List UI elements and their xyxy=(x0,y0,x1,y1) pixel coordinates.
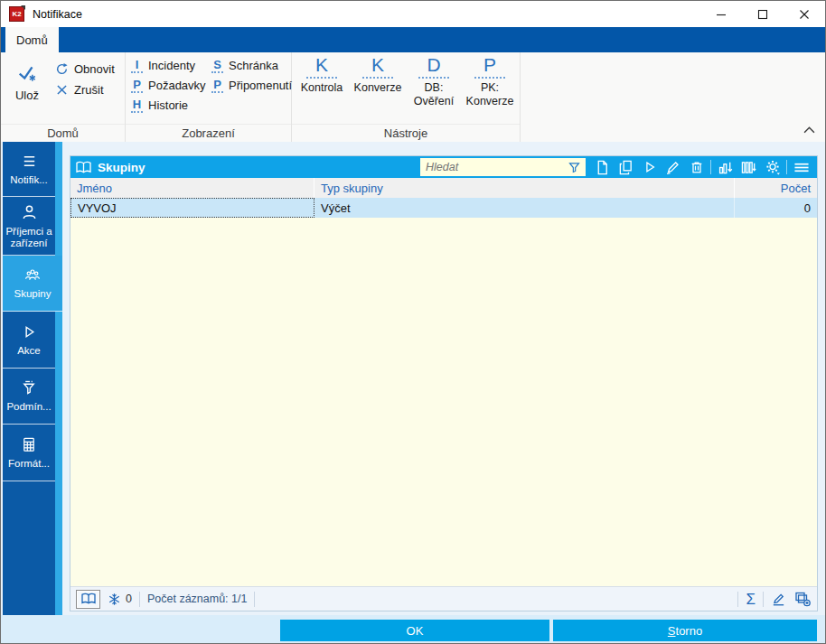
db-verify-button[interactable]: D DB:Ověření xyxy=(406,53,462,124)
ribbon-collapse-button[interactable] xyxy=(803,121,815,137)
db-verify-letter-icon: D xyxy=(418,53,449,79)
panel-header: Skupiny xyxy=(70,156,817,178)
storno-button[interactable]: Storno xyxy=(553,620,817,641)
incidents-button[interactable]: I Incidenty xyxy=(127,56,208,75)
history-label: Historie xyxy=(148,98,188,112)
ribbon-group-tools: K Kontrola K Konverze D DB:Ověření P PK:… xyxy=(292,52,521,142)
refresh-button[interactable]: Obnovit xyxy=(52,60,118,79)
sum-button[interactable]: Σ xyxy=(746,592,756,607)
sidebar-item-label: Notifik... xyxy=(9,174,49,186)
pk-conversion-label-line2: Konverze xyxy=(466,95,514,108)
ok-button[interactable]: OK xyxy=(280,620,549,641)
requests-button[interactable]: P Požadavky xyxy=(127,76,208,95)
sidebar-item-label: Akce xyxy=(16,345,42,357)
sidebar-empty-area xyxy=(3,481,55,615)
check-tool-button[interactable]: K Kontrola xyxy=(294,53,350,124)
status-separator xyxy=(139,592,140,607)
check-tool-letter-icon: K xyxy=(306,53,337,79)
db-verify-label-line2: Ověření xyxy=(414,95,454,108)
storno-label: Storno xyxy=(668,624,702,638)
duplicate-add-button[interactable] xyxy=(793,591,812,607)
sidebar-item-akce[interactable]: Akce xyxy=(3,312,55,369)
sidebar-item-label: Skupiny xyxy=(14,288,52,300)
row-cell-pocet[interactable]: 0 xyxy=(735,198,817,218)
open-book-icon xyxy=(75,161,92,174)
reminders-button[interactable]: P Připomenutí xyxy=(208,76,288,95)
tab-domu[interactable]: Domů xyxy=(5,27,59,52)
maximize-button[interactable] xyxy=(742,1,784,27)
column-header-pocet[interactable]: Počet xyxy=(735,178,817,198)
panel-toolbar xyxy=(591,158,812,176)
sidebar-item-formaty[interactable]: Formát... xyxy=(3,425,55,481)
status-separator xyxy=(737,592,738,607)
ribbon-group-view: I Incidenty P Požadavky H Historie S Sch… xyxy=(126,52,292,142)
ribbon-empty-area xyxy=(521,52,825,142)
search-box xyxy=(420,158,586,176)
group-icon xyxy=(23,266,42,284)
minimize-button[interactable] xyxy=(700,1,742,27)
snowflake-icon xyxy=(108,593,121,606)
ribbon-group-tools-label: Nástroje xyxy=(292,124,520,142)
gear-icon xyxy=(765,159,781,175)
conversion-tool-letter-icon: K xyxy=(362,53,393,79)
new-document-icon xyxy=(595,160,610,175)
window-controls xyxy=(700,1,825,27)
sidebar-item-podminky[interactable]: Podmín... xyxy=(3,369,55,425)
column-header-typ-skupiny[interactable]: Typ skupiny xyxy=(314,178,735,198)
edit-record-button[interactable] xyxy=(663,158,682,176)
history-button[interactable]: H Historie xyxy=(127,96,208,115)
delete-record-button[interactable] xyxy=(687,158,706,176)
app-logo-icon: K2 xyxy=(9,6,24,22)
cancel-button[interactable]: Zrušit xyxy=(52,80,118,99)
db-verify-label-line1: DB: xyxy=(414,81,454,95)
row-cell-jmeno[interactable]: VYVOJ xyxy=(70,198,314,218)
play-icon xyxy=(20,323,38,341)
maximize-icon xyxy=(757,9,768,20)
row-cell-typ-skupiny[interactable]: Výčet xyxy=(314,198,735,218)
snowflake-counter: 0 xyxy=(108,593,132,606)
chevron-up-icon xyxy=(803,126,815,134)
refresh-icon xyxy=(55,62,69,76)
pk-conversion-button[interactable]: P PK:Konverze xyxy=(462,53,518,124)
app-logo-text: K2 xyxy=(12,10,21,18)
copy-icon xyxy=(618,160,634,175)
check-tool-label: Kontrola xyxy=(301,81,343,95)
column-header-jmeno[interactable]: Jméno xyxy=(70,178,314,198)
quick-edit-button[interactable] xyxy=(771,592,786,607)
conversion-tool-button[interactable]: K Konverze xyxy=(350,53,406,124)
toolbar-separator xyxy=(710,160,711,174)
new-record-button[interactable] xyxy=(593,158,612,176)
sidebar-item-skupiny[interactable]: Skupiny xyxy=(3,256,62,312)
pk-conversion-label-line1: PK: xyxy=(466,81,514,95)
requests-label: Požadavky xyxy=(148,79,206,92)
ok-label: OK xyxy=(407,624,424,638)
copy-record-button[interactable] xyxy=(616,158,635,176)
trash-icon xyxy=(690,160,704,174)
pencil-icon xyxy=(771,592,786,607)
search-input[interactable] xyxy=(420,161,568,173)
ribbon-group-home-label: Domů xyxy=(1,124,125,142)
table-row[interactable]: VYVOJ Výčet 0 xyxy=(70,198,817,218)
ribbon: Ulož Obnovit Zrušit xyxy=(1,52,825,143)
run-button[interactable] xyxy=(640,158,659,176)
columns-button[interactable] xyxy=(739,158,758,176)
table-empty-area xyxy=(70,218,817,586)
sidebar-item-notifikace[interactable]: Notifik... xyxy=(3,142,55,197)
ribbon-group-home: Ulož Obnovit Zrušit xyxy=(1,52,126,142)
close-button[interactable] xyxy=(784,1,825,27)
statistics-button[interactable] xyxy=(716,158,735,176)
window-title: Notifikace xyxy=(33,8,82,21)
book-view-toggle-button[interactable] xyxy=(76,590,100,609)
sidebar-item-label: Formát... xyxy=(7,458,51,470)
groups-panel: Skupiny xyxy=(70,155,818,611)
save-button[interactable]: Ulož xyxy=(3,55,52,124)
filter-funnel-icon[interactable] xyxy=(568,161,581,174)
menu-button[interactable] xyxy=(792,158,811,176)
status-separator xyxy=(254,592,255,607)
settings-button[interactable] xyxy=(763,158,782,176)
panel-title: Skupiny xyxy=(98,161,145,174)
save-check-icon xyxy=(16,63,38,86)
sidebar-splitter[interactable] xyxy=(55,142,62,615)
sidebar-item-prijemci[interactable]: Příjemci a zařízení xyxy=(3,197,55,256)
clipboard-button[interactable]: S Schránka xyxy=(208,56,288,75)
